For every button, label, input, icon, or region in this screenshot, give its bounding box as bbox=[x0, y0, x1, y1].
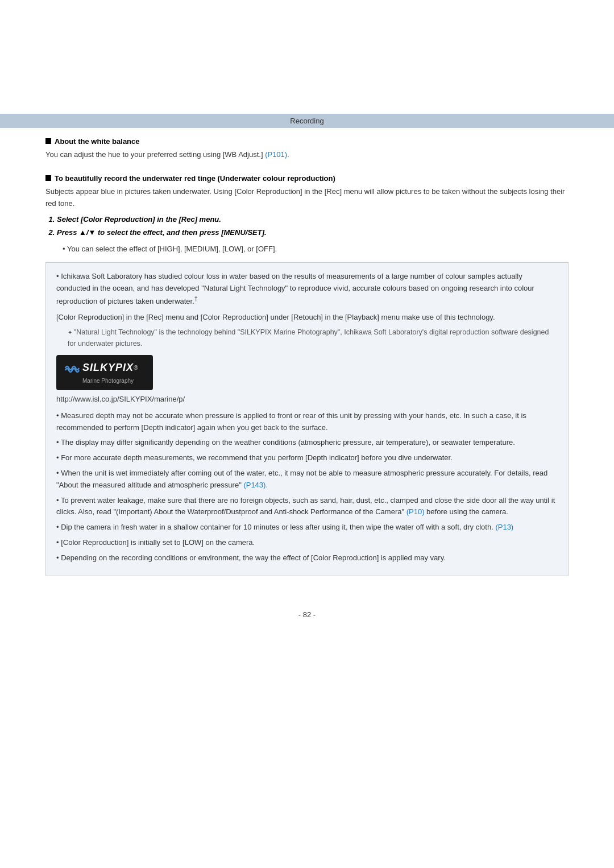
natural-light-note: "Natural Light Technology" is the techno… bbox=[68, 326, 558, 349]
effect-sub-bullet: • You can select the effect of [HIGH], [… bbox=[63, 243, 569, 255]
silkypix-logo-box: SILKYPIX ® Marine Photography bbox=[56, 355, 153, 390]
page-number-area: - 82 - bbox=[0, 610, 614, 619]
step-2: Press ▲/▼ to select the effect, and then… bbox=[57, 227, 569, 239]
bullet-text-3: • For more accurate depth measurements, … bbox=[56, 452, 453, 464]
underwater-title: To beautifully record the underwater red… bbox=[55, 174, 335, 183]
header-label: Recording bbox=[290, 117, 323, 125]
silkypix-brand-name: SILKYPIX bbox=[82, 359, 134, 376]
bullet-text-7: • [Color Reproduction] is initially set … bbox=[56, 537, 255, 549]
underwater-heading: To beautifully record the underwater red… bbox=[45, 174, 569, 183]
step-1: Select [Color Reproduction] in the [Rec]… bbox=[57, 214, 569, 226]
content-area: About the white balance You can adjust t… bbox=[0, 137, 614, 576]
p101-link[interactable]: (P101). bbox=[265, 150, 289, 159]
silkypix-sub-label: Marine Photography bbox=[82, 377, 134, 386]
header-bar: Recording bbox=[0, 114, 614, 128]
silkypix-waves-icon bbox=[64, 362, 80, 374]
silkypix-url: http://www.isl.co.jp/SILKYPIX/marine/p/ bbox=[56, 394, 558, 406]
info-bullet-2: • The display may differ significantly d… bbox=[56, 437, 558, 449]
info-bullet-4: • When the unit is wet immediately after… bbox=[56, 468, 558, 491]
white-balance-title: About the white balance bbox=[55, 137, 140, 146]
bullet-text-1: • Measured depth may not be accurate whe… bbox=[56, 410, 558, 434]
silkypix-logo-area: SILKYPIX ® Marine Photography bbox=[56, 355, 558, 390]
info-bullet-5: • To prevent water leakage, make sure th… bbox=[56, 495, 558, 519]
bullet-text-8: • Depending on the recording conditions … bbox=[56, 552, 446, 564]
white-balance-heading: About the white balance bbox=[45, 137, 569, 146]
info-bullet-3: • For more accurate depth measurements, … bbox=[56, 452, 558, 464]
info-box: • Ichikawa Soft Laboratory has studied c… bbox=[45, 262, 569, 576]
bullet-text-6: • Dip the camera in fresh water in a sha… bbox=[56, 522, 513, 534]
info-paragraph-2: [Color Reproduction] in the [Rec] menu a… bbox=[56, 312, 558, 324]
p10-link[interactable]: (P10) bbox=[406, 507, 425, 516]
info-bullet-6: • Dip the camera in fresh water in a sha… bbox=[56, 522, 558, 534]
info-paragraph-1: • Ichikawa Soft Laboratory has studied c… bbox=[56, 271, 558, 308]
info-bullet-8: • Depending on the recording conditions … bbox=[56, 552, 558, 564]
underwater-paragraph: Subjects appear blue in pictures taken u… bbox=[45, 186, 569, 210]
info-bullet-1: • Measured depth may not be accurate whe… bbox=[56, 410, 558, 434]
page-container: Recording About the white balance You ca… bbox=[0, 114, 614, 868]
p13-link[interactable]: (P13) bbox=[495, 523, 513, 531]
p143-link[interactable]: (P143). bbox=[243, 481, 268, 489]
info-bullet-7: • [Color Reproduction] is initially set … bbox=[56, 537, 558, 549]
heading-square-icon-2 bbox=[45, 175, 51, 181]
silkypix-logo-top-row: SILKYPIX ® bbox=[64, 359, 138, 376]
bullet-text-4: • When the unit is wet immediately after… bbox=[56, 468, 558, 491]
bullet-text-2: • The display may differ significantly d… bbox=[56, 437, 515, 449]
steps-list: Select [Color Reproduction] in the [Rec]… bbox=[57, 214, 569, 239]
white-balance-paragraph: You can adjust the hue to your preferred… bbox=[45, 149, 569, 161]
heading-square-icon bbox=[45, 138, 51, 144]
silkypix-registered-mark: ® bbox=[134, 363, 138, 373]
bullet-text-5: • To prevent water leakage, make sure th… bbox=[56, 495, 558, 519]
page-number: - 82 - bbox=[298, 610, 316, 619]
